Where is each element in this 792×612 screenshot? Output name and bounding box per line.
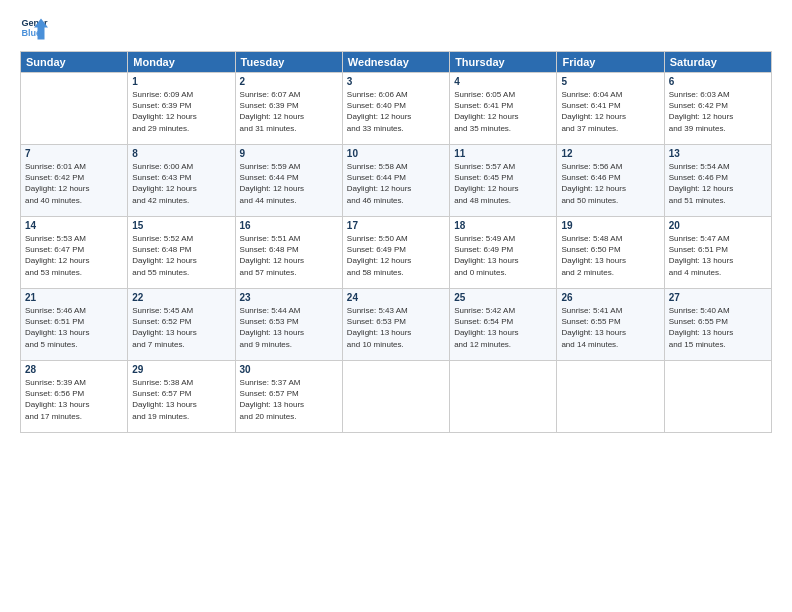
day-number: 30 xyxy=(240,364,338,375)
day-number: 13 xyxy=(669,148,767,159)
day-info: Sunrise: 5:54 AMSunset: 6:46 PMDaylight:… xyxy=(669,161,767,206)
day-info: Sunrise: 5:39 AMSunset: 6:56 PMDaylight:… xyxy=(25,377,123,422)
calendar-week-row: 7Sunrise: 6:01 AMSunset: 6:42 PMDaylight… xyxy=(21,145,772,217)
calendar-cell: 16Sunrise: 5:51 AMSunset: 6:48 PMDayligh… xyxy=(235,217,342,289)
header-wednesday: Wednesday xyxy=(342,52,449,73)
calendar-cell: 11Sunrise: 5:57 AMSunset: 6:45 PMDayligh… xyxy=(450,145,557,217)
calendar-cell: 24Sunrise: 5:43 AMSunset: 6:53 PMDayligh… xyxy=(342,289,449,361)
day-info: Sunrise: 5:37 AMSunset: 6:57 PMDaylight:… xyxy=(240,377,338,422)
day-number: 20 xyxy=(669,220,767,231)
day-number: 9 xyxy=(240,148,338,159)
day-info: Sunrise: 5:42 AMSunset: 6:54 PMDaylight:… xyxy=(454,305,552,350)
day-number: 10 xyxy=(347,148,445,159)
day-info: Sunrise: 5:58 AMSunset: 6:44 PMDaylight:… xyxy=(347,161,445,206)
calendar-cell: 18Sunrise: 5:49 AMSunset: 6:49 PMDayligh… xyxy=(450,217,557,289)
day-info: Sunrise: 5:40 AMSunset: 6:55 PMDaylight:… xyxy=(669,305,767,350)
calendar-cell xyxy=(664,361,771,433)
calendar-cell: 19Sunrise: 5:48 AMSunset: 6:50 PMDayligh… xyxy=(557,217,664,289)
page: General Blue SundayMondayTuesdayWednesda… xyxy=(0,0,792,612)
day-number: 27 xyxy=(669,292,767,303)
logo: General Blue xyxy=(20,15,52,43)
day-number: 11 xyxy=(454,148,552,159)
header-monday: Monday xyxy=(128,52,235,73)
day-number: 8 xyxy=(132,148,230,159)
day-number: 12 xyxy=(561,148,659,159)
calendar-cell: 29Sunrise: 5:38 AMSunset: 6:57 PMDayligh… xyxy=(128,361,235,433)
day-info: Sunrise: 6:07 AMSunset: 6:39 PMDaylight:… xyxy=(240,89,338,134)
day-info: Sunrise: 5:41 AMSunset: 6:55 PMDaylight:… xyxy=(561,305,659,350)
day-info: Sunrise: 5:38 AMSunset: 6:57 PMDaylight:… xyxy=(132,377,230,422)
day-info: Sunrise: 5:57 AMSunset: 6:45 PMDaylight:… xyxy=(454,161,552,206)
calendar-week-row: 21Sunrise: 5:46 AMSunset: 6:51 PMDayligh… xyxy=(21,289,772,361)
day-number: 7 xyxy=(25,148,123,159)
calendar-cell: 30Sunrise: 5:37 AMSunset: 6:57 PMDayligh… xyxy=(235,361,342,433)
day-info: Sunrise: 5:44 AMSunset: 6:53 PMDaylight:… xyxy=(240,305,338,350)
day-number: 15 xyxy=(132,220,230,231)
day-info: Sunrise: 6:01 AMSunset: 6:42 PMDaylight:… xyxy=(25,161,123,206)
day-info: Sunrise: 6:06 AMSunset: 6:40 PMDaylight:… xyxy=(347,89,445,134)
day-number: 28 xyxy=(25,364,123,375)
calendar-cell xyxy=(557,361,664,433)
day-info: Sunrise: 5:46 AMSunset: 6:51 PMDaylight:… xyxy=(25,305,123,350)
calendar-table: SundayMondayTuesdayWednesdayThursdayFrid… xyxy=(20,51,772,433)
calendar-cell: 6Sunrise: 6:03 AMSunset: 6:42 PMDaylight… xyxy=(664,73,771,145)
header-friday: Friday xyxy=(557,52,664,73)
calendar-cell: 27Sunrise: 5:40 AMSunset: 6:55 PMDayligh… xyxy=(664,289,771,361)
day-number: 16 xyxy=(240,220,338,231)
day-info: Sunrise: 5:48 AMSunset: 6:50 PMDaylight:… xyxy=(561,233,659,278)
day-info: Sunrise: 5:53 AMSunset: 6:47 PMDaylight:… xyxy=(25,233,123,278)
day-info: Sunrise: 6:00 AMSunset: 6:43 PMDaylight:… xyxy=(132,161,230,206)
day-info: Sunrise: 5:47 AMSunset: 6:51 PMDaylight:… xyxy=(669,233,767,278)
day-info: Sunrise: 5:45 AMSunset: 6:52 PMDaylight:… xyxy=(132,305,230,350)
calendar-cell xyxy=(21,73,128,145)
calendar-cell: 4Sunrise: 6:05 AMSunset: 6:41 PMDaylight… xyxy=(450,73,557,145)
day-number: 18 xyxy=(454,220,552,231)
calendar-cell: 13Sunrise: 5:54 AMSunset: 6:46 PMDayligh… xyxy=(664,145,771,217)
header-tuesday: Tuesday xyxy=(235,52,342,73)
day-number: 14 xyxy=(25,220,123,231)
calendar-cell: 20Sunrise: 5:47 AMSunset: 6:51 PMDayligh… xyxy=(664,217,771,289)
day-number: 29 xyxy=(132,364,230,375)
day-info: Sunrise: 6:03 AMSunset: 6:42 PMDaylight:… xyxy=(669,89,767,134)
day-info: Sunrise: 5:49 AMSunset: 6:49 PMDaylight:… xyxy=(454,233,552,278)
day-number: 19 xyxy=(561,220,659,231)
day-info: Sunrise: 6:05 AMSunset: 6:41 PMDaylight:… xyxy=(454,89,552,134)
day-info: Sunrise: 6:04 AMSunset: 6:41 PMDaylight:… xyxy=(561,89,659,134)
day-number: 25 xyxy=(454,292,552,303)
calendar-week-row: 28Sunrise: 5:39 AMSunset: 6:56 PMDayligh… xyxy=(21,361,772,433)
calendar-cell: 7Sunrise: 6:01 AMSunset: 6:42 PMDaylight… xyxy=(21,145,128,217)
calendar-week-row: 14Sunrise: 5:53 AMSunset: 6:47 PMDayligh… xyxy=(21,217,772,289)
calendar-cell: 17Sunrise: 5:50 AMSunset: 6:49 PMDayligh… xyxy=(342,217,449,289)
day-number: 3 xyxy=(347,76,445,87)
day-info: Sunrise: 5:52 AMSunset: 6:48 PMDaylight:… xyxy=(132,233,230,278)
calendar-cell: 14Sunrise: 5:53 AMSunset: 6:47 PMDayligh… xyxy=(21,217,128,289)
header: General Blue xyxy=(20,15,772,43)
day-number: 2 xyxy=(240,76,338,87)
day-info: Sunrise: 5:50 AMSunset: 6:49 PMDaylight:… xyxy=(347,233,445,278)
calendar-cell: 21Sunrise: 5:46 AMSunset: 6:51 PMDayligh… xyxy=(21,289,128,361)
header-thursday: Thursday xyxy=(450,52,557,73)
calendar-cell: 25Sunrise: 5:42 AMSunset: 6:54 PMDayligh… xyxy=(450,289,557,361)
calendar-cell: 23Sunrise: 5:44 AMSunset: 6:53 PMDayligh… xyxy=(235,289,342,361)
calendar-cell: 12Sunrise: 5:56 AMSunset: 6:46 PMDayligh… xyxy=(557,145,664,217)
day-info: Sunrise: 6:09 AMSunset: 6:39 PMDaylight:… xyxy=(132,89,230,134)
day-info: Sunrise: 5:59 AMSunset: 6:44 PMDaylight:… xyxy=(240,161,338,206)
calendar-cell: 9Sunrise: 5:59 AMSunset: 6:44 PMDaylight… xyxy=(235,145,342,217)
day-info: Sunrise: 5:56 AMSunset: 6:46 PMDaylight:… xyxy=(561,161,659,206)
calendar-cell: 10Sunrise: 5:58 AMSunset: 6:44 PMDayligh… xyxy=(342,145,449,217)
day-number: 21 xyxy=(25,292,123,303)
day-info: Sunrise: 5:51 AMSunset: 6:48 PMDaylight:… xyxy=(240,233,338,278)
day-number: 5 xyxy=(561,76,659,87)
day-number: 17 xyxy=(347,220,445,231)
calendar-cell: 15Sunrise: 5:52 AMSunset: 6:48 PMDayligh… xyxy=(128,217,235,289)
calendar-cell xyxy=(450,361,557,433)
calendar-cell: 26Sunrise: 5:41 AMSunset: 6:55 PMDayligh… xyxy=(557,289,664,361)
day-number: 23 xyxy=(240,292,338,303)
day-number: 22 xyxy=(132,292,230,303)
header-saturday: Saturday xyxy=(664,52,771,73)
logo-icon: General Blue xyxy=(20,15,48,43)
calendar-cell: 3Sunrise: 6:06 AMSunset: 6:40 PMDaylight… xyxy=(342,73,449,145)
calendar-header-row: SundayMondayTuesdayWednesdayThursdayFrid… xyxy=(21,52,772,73)
day-number: 24 xyxy=(347,292,445,303)
calendar-cell: 28Sunrise: 5:39 AMSunset: 6:56 PMDayligh… xyxy=(21,361,128,433)
